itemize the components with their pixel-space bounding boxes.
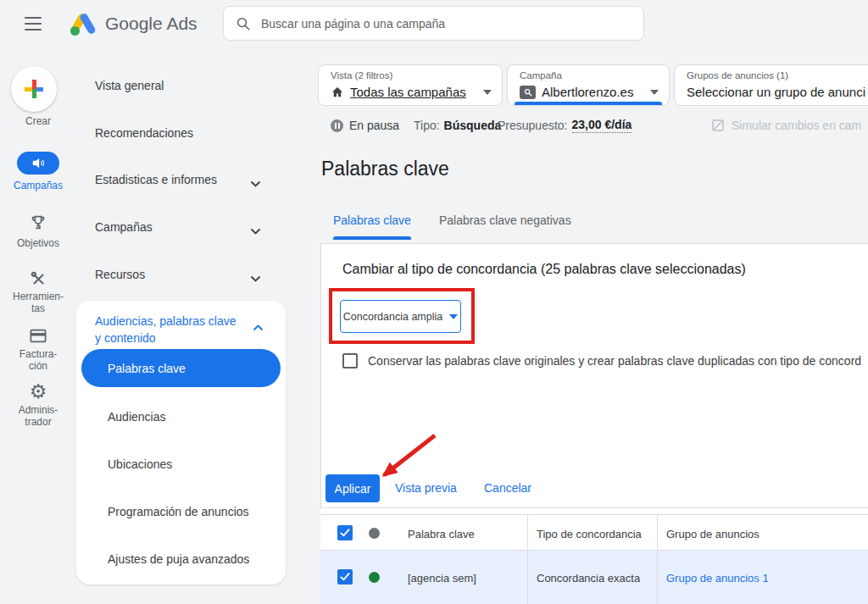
pause-icon — [331, 119, 343, 132]
keep-originals-checkbox[interactable] — [342, 353, 358, 368]
column-divider — [527, 514, 528, 604]
cell-match-type: Concordancia exacta — [537, 572, 640, 585]
column-header-keyword: Palabra clave — [408, 528, 475, 540]
budget-value[interactable]: 23,00 €/día — [572, 118, 632, 133]
active-picker-indicator — [515, 102, 662, 105]
page-title: Palabras clave — [321, 158, 449, 180]
create-button[interactable] — [11, 66, 57, 112]
column-header-match-type: Tipo de concordancia — [537, 528, 642, 540]
tools-label-line2: tas — [0, 302, 76, 314]
campaign-type: Tipo: Búsqueda — [414, 117, 501, 134]
campaign-budget: Presupuesto: 23,00 €/día — [498, 117, 632, 134]
tab-keywords[interactable]: Palabras clave — [333, 213, 411, 227]
search-icon — [236, 16, 251, 31]
match-type-dropdown[interactable]: Concordancia amplia — [340, 300, 461, 333]
gear-icon: ⚙ — [30, 381, 47, 402]
sidebar-item-advanced-bid[interactable]: Ajustes de puja avanzados — [108, 552, 249, 566]
match-type-panel: Cambiar al tipo de concordancia (25 pala… — [320, 243, 868, 508]
section-label-line2: y contenido — [95, 330, 236, 346]
type-label: Tipo: — [414, 119, 440, 132]
admin-label-line1: Adminis- — [0, 404, 76, 416]
budget-label: Presupuesto: — [498, 119, 568, 132]
megaphone-icon — [31, 156, 46, 170]
chevron-down-icon — [250, 175, 261, 191]
goals-label: Objetivos — [0, 237, 76, 249]
plus-icon — [25, 80, 43, 98]
simulate-label: Simular cambios en cam — [732, 119, 861, 132]
adgroup-picker-value: Seleccionar un grupo de anunci — [687, 85, 865, 99]
tools-label-line1: Herramien- — [0, 291, 76, 302]
preview-button[interactable]: Vista previa — [395, 481, 457, 495]
panel-heading: Cambiar al tipo de concordancia (25 pala… — [342, 262, 746, 277]
chevron-up-icon — [253, 319, 264, 335]
rail-item-billing[interactable] — [0, 328, 76, 344]
adgroup-picker-label: Grupos de anuncios (1) — [687, 70, 788, 80]
sidebar-item-locations[interactable]: Ubicaciones — [108, 457, 172, 471]
table-header-row: Palabra clave Tipo de concordancia Grupo… — [320, 514, 868, 551]
rail-item-goals[interactable] — [0, 213, 76, 232]
status-text: En pausa — [349, 119, 399, 132]
google-ads-logo-text: Google Ads — [105, 14, 198, 34]
credit-card-icon — [29, 328, 47, 344]
keywords-table: Palabra clave Tipo de concordancia Grupo… — [320, 508, 868, 604]
status-dot-enabled-icon — [369, 572, 380, 583]
row-checkbox[interactable] — [337, 569, 353, 585]
sidebar-item-ad-schedule[interactable]: Programación de anuncios — [108, 505, 249, 518]
simulate-changes-button[interactable]: Simular cambios en cam — [710, 117, 861, 134]
rail-item-tools[interactable] — [0, 269, 76, 288]
sidebar-item-assets[interactable]: Recursos — [95, 268, 145, 281]
campaign-status: En pausa — [331, 117, 399, 134]
campaign-picker-value: Albertlorenzo.es — [542, 85, 633, 99]
keywords-pill-label: Palabras clave — [108, 362, 186, 375]
campaigns-label: Campañas — [0, 180, 76, 191]
admin-label-line2: trador — [0, 416, 76, 428]
column-divider — [657, 514, 658, 604]
tools-icon — [29, 269, 47, 288]
sidebar-item-keywords-selected[interactable]: Palabras clave — [81, 349, 281, 387]
select-all-checkbox[interactable] — [337, 525, 353, 540]
table-row[interactable]: [agencia sem] Concordancia exacta Grupo … — [320, 551, 868, 604]
view-picker[interactable]: Vista (2 filtros) Todas las campañas — [318, 64, 503, 106]
billing-label-line1: Factura- — [0, 348, 76, 360]
caret-down-icon — [483, 90, 492, 95]
section-label-line1: Audiencias, palabras clave — [95, 313, 236, 330]
column-header-ad-group: Grupo de anuncios — [666, 528, 760, 540]
caret-down-icon — [650, 90, 659, 95]
left-rail: Crear Campañas Objetivos Herramien- tas … — [0, 47, 76, 604]
rail-item-admin[interactable]: ⚙ — [0, 381, 76, 402]
sidebar-item-insights[interactable]: Estadisticas e informes — [95, 173, 217, 186]
keep-originals-label: Conservar las palabras clave originales … — [368, 353, 864, 368]
google-ads-logo-icon[interactable] — [70, 11, 97, 36]
audiences-keywords-section: Audiencias, palabras clave y contenido P… — [76, 301, 286, 585]
apply-button[interactable]: Aplicar — [326, 474, 380, 502]
match-type-dropdown-value: Concordancia amplia — [343, 311, 442, 323]
home-icon — [331, 86, 344, 99]
search-input[interactable] — [261, 17, 632, 30]
cancel-button[interactable]: Cancelar — [484, 481, 531, 495]
campaign-picker-label: Campaña — [520, 70, 562, 80]
search-campaign-icon — [520, 86, 536, 99]
billing-label-line2: ción — [0, 360, 76, 372]
create-label: Crear — [0, 115, 76, 127]
campaign-picker[interactable]: Campaña Albertlorenzo.es — [507, 64, 670, 106]
menu-hamburger-icon[interactable] — [25, 17, 42, 30]
section-toggle-audiences-keywords[interactable]: Audiencias, palabras clave y contenido — [95, 313, 236, 346]
sidebar-item-audiences[interactable]: Audiencias — [108, 410, 166, 424]
sidebar-item-overview[interactable]: Vista general — [95, 79, 164, 92]
status-dot-gray-icon — [369, 528, 380, 539]
view-picker-value: Todas las campañas — [350, 85, 466, 99]
sidebar-item-campaigns[interactable]: Campañas — [95, 220, 153, 234]
caret-down-icon — [449, 314, 458, 319]
view-picker-label: Vista (2 filtros) — [331, 70, 392, 80]
cell-ad-group-link[interactable]: Grupo de anuncios 1 — [666, 572, 769, 585]
chevron-down-icon — [250, 223, 261, 238]
sidebar-item-recommendations[interactable]: Recomendaciones — [95, 126, 193, 140]
global-search[interactable] — [223, 6, 644, 41]
trophy-icon — [29, 213, 47, 232]
simulate-icon — [710, 118, 726, 133]
tab-negative-keywords[interactable]: Palabras clave negativas — [439, 213, 571, 227]
rail-item-campaigns[interactable] — [17, 152, 59, 175]
adgroup-picker[interactable]: Grupos de anuncios (1) Seleccionar un gr… — [674, 64, 868, 106]
cell-keyword: [agencia sem] — [408, 572, 476, 585]
chevron-down-icon — [250, 270, 261, 285]
